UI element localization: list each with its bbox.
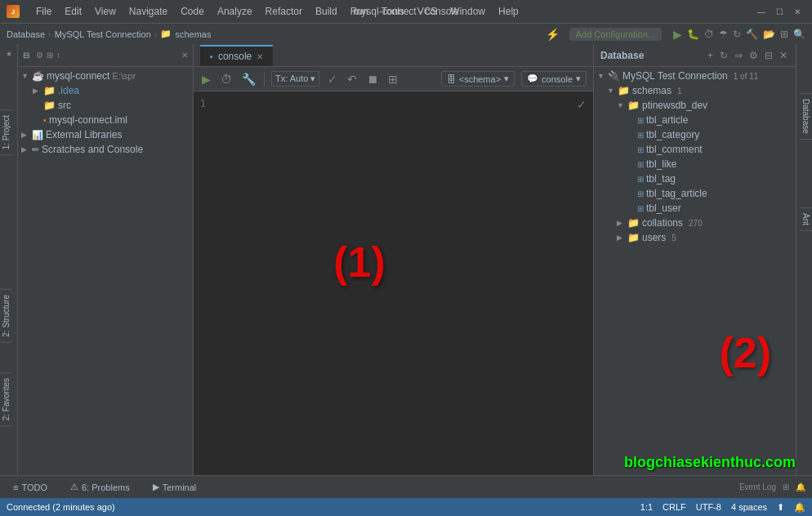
db-users-item[interactable]: ▶ 📁 users 5 <box>594 230 796 245</box>
build-icon[interactable]: 🔨 <box>746 29 758 40</box>
add-configuration-button[interactable]: Add Configuration... <box>569 28 662 41</box>
breadcrumb-database[interactable]: Database <box>7 29 45 39</box>
db-connection-item[interactable]: ▼ 🔌 MySQL Test Connection 1 of 11 <box>594 69 796 83</box>
tab-close-button[interactable]: ✕ <box>257 52 263 61</box>
database-panel-header: Database + ↻ ⇒ ⚙ ⊟ ✕ <box>594 44 796 67</box>
favorites-side-tab[interactable]: 2: Favorites <box>0 372 12 426</box>
db-tbl-user[interactable]: ⊞ tbl_user <box>594 201 796 216</box>
todo-label: TODO <box>21 483 47 492</box>
event-log-label[interactable]: Event Log <box>739 483 776 492</box>
panel-expand-icon[interactable]: ⊞ <box>47 51 53 60</box>
db-tbl-comment[interactable]: ⊞ tbl_comment <box>594 142 796 157</box>
table-icon: ⊞ <box>637 131 644 140</box>
menu-refactor[interactable]: Refactor <box>259 3 309 20</box>
indent-setting[interactable]: 4 spaces <box>731 502 767 512</box>
encoding[interactable]: UTF-8 <box>696 502 721 512</box>
db-layout-icon[interactable]: ⊟ <box>763 48 774 63</box>
notification-icon[interactable]: 🔔 <box>794 502 805 513</box>
db-tbl-tag-article[interactable]: ⊞ tbl_tag_article <box>594 186 796 201</box>
menu-view[interactable]: View <box>88 3 123 20</box>
db-refresh-icon[interactable]: ↻ <box>718 48 729 63</box>
db-ptinewsdb-item[interactable]: ▼ 📁 ptinewsdb_dev <box>594 98 796 113</box>
editor-toolbar: ▶ ⏱ 🔧 Tx: Auto ▾ ✓ ↶ ⏹ ⊞ 🗄 <schema> ▾ <box>194 67 593 91</box>
db-tbl-article[interactable]: ⊞ tbl_article <box>594 113 796 127</box>
db-settings-icon[interactable]: ⚙ <box>747 48 760 63</box>
layout-icon[interactable]: ⊞ <box>780 29 788 40</box>
ant-right-tab[interactable]: Ant <box>800 207 812 231</box>
bookmark-icon[interactable]: ★ <box>4 47 14 60</box>
config-button[interactable]: 🔧 <box>240 71 257 87</box>
panel-layout-icon[interactable]: ⊟ <box>23 51 29 60</box>
status-bar: Connected (2 minutes ago) 1:1 CRLF UTF-8… <box>0 498 812 516</box>
db-tbl-category[interactable]: ⊞ tbl_category <box>594 127 796 142</box>
panel-close-icon[interactable]: ✕ <box>181 51 188 60</box>
panel-sort-icon[interactable]: ↕ <box>56 51 60 60</box>
stop-button[interactable]: ⏹ <box>365 71 380 87</box>
console-selector[interactable]: 💬 console ▾ <box>521 71 587 87</box>
breadcrumb-connection[interactable]: MySQL Test Connection <box>55 29 151 39</box>
console-tab[interactable]: ▪ console ✕ <box>200 45 273 66</box>
schema-selector[interactable]: 🗄 <schema> ▾ <box>441 71 515 87</box>
tree-item-idea[interactable]: ▶ 📁 .idea <box>18 83 193 98</box>
bottom-right-icons: Event Log ⊞ 🔔 <box>739 483 805 492</box>
add-configuration-label: Add Configuration... <box>576 29 655 39</box>
rollback-button[interactable]: ↶ <box>346 71 359 87</box>
menu-analyze[interactable]: Analyze <box>211 3 259 20</box>
tree-item-root[interactable]: ▼ ☕ mysql-connect E:\spr <box>18 69 193 83</box>
db-tbl-like[interactable]: ⊞ tbl_like <box>594 157 796 171</box>
structure-side-tab[interactable]: 2: Structure <box>0 289 12 343</box>
menu-help[interactable]: Help <box>492 3 525 20</box>
search-icon[interactable]: 🔍 <box>793 29 805 40</box>
menu-code[interactable]: Code <box>174 3 211 20</box>
db-schemas-item[interactable]: ▼ 📁 schemas 1 <box>594 83 796 98</box>
bottom-icon2[interactable]: 🔔 <box>796 483 805 492</box>
db-add-icon[interactable]: + <box>706 48 715 63</box>
menu-edit[interactable]: Edit <box>58 3 88 20</box>
debug-icon[interactable]: 🐛 <box>687 29 699 40</box>
todo-tab[interactable]: ≡ TODO <box>7 479 54 496</box>
db-collations-item[interactable]: ▶ 📁 collations 270 <box>594 216 796 230</box>
refresh-icon[interactable]: ↻ <box>733 29 741 40</box>
folder-icon: 📁 <box>43 85 56 96</box>
maximize-button[interactable]: ☐ <box>771 3 787 20</box>
tree-item-external-libs[interactable]: ▶ 📊 External Libraries <box>18 127 193 142</box>
tree-item-src[interactable]: 📁 src <box>18 98 193 113</box>
panel-settings-icon[interactable]: ⚙ <box>36 51 43 60</box>
editor-content[interactable]: 1 (1) ✓ <box>194 91 593 475</box>
vcs-icon[interactable]: ⬆ <box>777 502 784 513</box>
tree-item-iml[interactable]: ▪ mysql-connect.iml <box>18 113 193 127</box>
db-connection-name: MySQL Test Connection <box>622 70 728 82</box>
tree-item-scratches[interactable]: ▶ ✏ Scratches and Console <box>18 142 193 157</box>
folder-icon: 📁 <box>618 85 630 96</box>
breadcrumb-schemas[interactable]: schemas <box>175 29 211 39</box>
commit-button[interactable]: ✓ <box>326 71 339 87</box>
menu-navigate[interactable]: Navigate <box>123 3 174 20</box>
cursor-position[interactable]: 1:1 <box>640 502 653 512</box>
terminal-tab[interactable]: ▶ Terminal <box>146 478 203 496</box>
breadcrumb: Database › MySQL Test Connection › 📁 sch… <box>0 23 812 44</box>
line-ending[interactable]: CRLF <box>663 502 686 512</box>
body-area: ★ 1: Project 2: Structure 2: Favorites ⊟… <box>0 44 812 475</box>
tab-bar: ▪ console ✕ <box>194 44 593 67</box>
coverage-icon[interactable]: ☂ <box>719 29 728 40</box>
table-view-button[interactable]: ⊞ <box>386 71 399 87</box>
database-right-tab[interactable]: Database <box>800 93 812 140</box>
history-button[interactable]: ⏱ <box>219 71 234 87</box>
run-button[interactable]: ▶ <box>200 71 212 87</box>
bottom-icon1[interactable]: ⊞ <box>783 483 789 492</box>
run-config-icon[interactable]: ⚡ <box>546 28 560 41</box>
problems-tab[interactable]: ⚠ 6: Problems <box>64 478 136 496</box>
project-side-tab[interactable]: 1: Project <box>0 109 12 155</box>
profile-icon[interactable]: ⏱ <box>704 29 714 40</box>
folder-icon2[interactable]: 📂 <box>763 29 775 40</box>
db-close-icon[interactable]: ✕ <box>778 48 789 63</box>
menu-build[interactable]: Build <box>309 3 344 20</box>
play-icon[interactable]: ▶ <box>673 28 682 41</box>
close-button[interactable]: ✕ <box>789 3 805 20</box>
tx-select[interactable]: Tx: Auto ▾ <box>271 71 319 87</box>
menu-file[interactable]: File <box>29 3 58 20</box>
console-label: console <box>542 74 573 84</box>
minimize-button[interactable]: — <box>753 3 770 20</box>
db-assign-icon[interactable]: ⇒ <box>733 48 744 63</box>
db-tbl-tag[interactable]: ⊞ tbl_tag <box>594 171 796 186</box>
